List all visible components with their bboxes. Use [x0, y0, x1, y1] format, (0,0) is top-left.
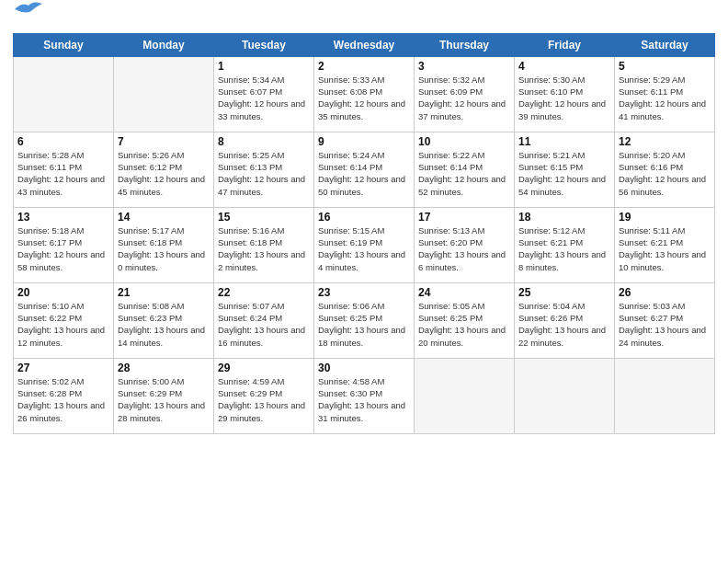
calendar-cell: 17Sunrise: 5:13 AMSunset: 6:20 PMDayligh…: [415, 207, 515, 282]
day-info: Sunrise: 4:58 AMSunset: 6:30 PMDaylight:…: [318, 375, 410, 424]
calendar-cell: 6Sunrise: 5:28 AMSunset: 6:11 PMDaylight…: [14, 132, 114, 207]
day-info: Sunrise: 5:03 AMSunset: 6:27 PMDaylight:…: [619, 300, 711, 349]
weekday-header-saturday: Saturday: [615, 33, 715, 56]
day-number: 26: [619, 286, 711, 299]
calendar-week-row: 1Sunrise: 5:34 AMSunset: 6:07 PMDaylight…: [14, 56, 715, 132]
day-number: 27: [17, 362, 109, 374]
day-info: Sunrise: 5:05 AMSunset: 6:25 PMDaylight:…: [418, 300, 510, 349]
day-info: Sunrise: 5:02 AMSunset: 6:28 PMDaylight:…: [17, 375, 109, 424]
day-number: 5: [619, 60, 711, 73]
calendar-cell: 22Sunrise: 5:07 AMSunset: 6:24 PMDayligh…: [214, 282, 314, 358]
calendar-cell: 16Sunrise: 5:15 AMSunset: 6:19 PMDayligh…: [314, 207, 415, 282]
day-number: 23: [318, 286, 410, 299]
calendar-cell: 1Sunrise: 5:34 AMSunset: 6:07 PMDaylight…: [214, 56, 314, 132]
day-number: 24: [418, 286, 510, 299]
calendar-cell: [14, 56, 114, 132]
calendar-cell: 21Sunrise: 5:08 AMSunset: 6:23 PMDayligh…: [114, 282, 214, 358]
day-info: Sunrise: 5:13 AMSunset: 6:20 PMDaylight:…: [418, 224, 510, 273]
day-info: Sunrise: 5:21 AMSunset: 6:15 PMDaylight:…: [518, 149, 610, 198]
day-info: Sunrise: 5:16 AMSunset: 6:18 PMDaylight:…: [218, 224, 310, 273]
day-number: 8: [218, 135, 310, 148]
day-info: Sunrise: 5:07 AMSunset: 6:24 PMDaylight:…: [218, 300, 310, 349]
calendar-cell: 12Sunrise: 5:20 AMSunset: 6:16 PMDayligh…: [615, 132, 715, 207]
calendar-cell: 13Sunrise: 5:18 AMSunset: 6:17 PMDayligh…: [14, 207, 114, 282]
day-number: 12: [619, 135, 711, 148]
weekday-header-thursday: Thursday: [415, 33, 515, 56]
day-number: 19: [619, 211, 711, 224]
weekday-header-friday: Friday: [515, 33, 615, 56]
day-info: Sunrise: 4:59 AMSunset: 6:29 PMDaylight:…: [218, 375, 310, 424]
day-info: Sunrise: 5:22 AMSunset: 6:14 PMDaylight:…: [418, 149, 510, 198]
calendar-cell: [415, 358, 515, 433]
day-info: Sunrise: 5:06 AMSunset: 6:25 PMDaylight:…: [318, 300, 410, 349]
day-number: 10: [418, 135, 510, 148]
day-info: Sunrise: 5:28 AMSunset: 6:11 PMDaylight:…: [17, 149, 109, 198]
day-info: Sunrise: 5:32 AMSunset: 6:09 PMDaylight:…: [418, 74, 510, 122]
calendar-cell: 20Sunrise: 5:10 AMSunset: 6:22 PMDayligh…: [14, 282, 114, 358]
calendar-cell: 11Sunrise: 5:21 AMSunset: 6:15 PMDayligh…: [515, 132, 615, 207]
day-info: Sunrise: 5:12 AMSunset: 6:21 PMDaylight:…: [518, 224, 610, 273]
day-info: Sunrise: 5:26 AMSunset: 6:12 PMDaylight:…: [118, 149, 210, 198]
day-info: Sunrise: 5:00 AMSunset: 6:29 PMDaylight:…: [118, 375, 210, 424]
weekday-header-sunday: Sunday: [14, 33, 114, 56]
day-info: Sunrise: 5:29 AMSunset: 6:11 PMDaylight:…: [619, 74, 711, 122]
calendar-cell: 4Sunrise: 5:30 AMSunset: 6:10 PMDaylight…: [515, 56, 615, 132]
calendar-cell: 14Sunrise: 5:17 AMSunset: 6:18 PMDayligh…: [114, 207, 214, 282]
header: [13, 9, 715, 28]
calendar-cell: 26Sunrise: 5:03 AMSunset: 6:27 PMDayligh…: [615, 282, 715, 358]
day-info: Sunrise: 5:18 AMSunset: 6:17 PMDaylight:…: [17, 224, 109, 273]
calendar-cell: 8Sunrise: 5:25 AMSunset: 6:13 PMDaylight…: [214, 132, 314, 207]
day-number: 29: [218, 362, 310, 374]
calendar-week-row: 6Sunrise: 5:28 AMSunset: 6:11 PMDaylight…: [14, 132, 715, 207]
calendar-cell: 24Sunrise: 5:05 AMSunset: 6:25 PMDayligh…: [415, 282, 515, 358]
day-info: Sunrise: 5:30 AMSunset: 6:10 PMDaylight:…: [518, 74, 610, 122]
calendar-cell: 23Sunrise: 5:06 AMSunset: 6:25 PMDayligh…: [314, 282, 415, 358]
day-info: Sunrise: 5:08 AMSunset: 6:23 PMDaylight:…: [118, 300, 210, 349]
calendar-cell: [615, 358, 715, 433]
calendar-week-row: 27Sunrise: 5:02 AMSunset: 6:28 PMDayligh…: [14, 358, 715, 433]
day-info: Sunrise: 5:24 AMSunset: 6:14 PMDaylight:…: [318, 149, 410, 198]
day-number: 9: [318, 135, 410, 148]
day-info: Sunrise: 5:33 AMSunset: 6:08 PMDaylight:…: [318, 74, 410, 122]
day-number: 16: [318, 211, 410, 224]
day-info: Sunrise: 5:25 AMSunset: 6:13 PMDaylight:…: [218, 149, 310, 198]
day-number: 28: [118, 362, 210, 374]
calendar-week-row: 20Sunrise: 5:10 AMSunset: 6:22 PMDayligh…: [14, 282, 715, 358]
day-info: Sunrise: 5:11 AMSunset: 6:21 PMDaylight:…: [619, 224, 711, 273]
calendar-cell: 27Sunrise: 5:02 AMSunset: 6:28 PMDayligh…: [14, 358, 114, 433]
day-number: 4: [518, 60, 610, 73]
day-info: Sunrise: 5:10 AMSunset: 6:22 PMDaylight:…: [17, 300, 109, 349]
calendar-cell: 29Sunrise: 4:59 AMSunset: 6:29 PMDayligh…: [214, 358, 314, 433]
calendar-week-row: 13Sunrise: 5:18 AMSunset: 6:17 PMDayligh…: [14, 207, 715, 282]
day-number: 18: [518, 211, 610, 224]
day-number: 13: [17, 211, 109, 224]
calendar-cell: 2Sunrise: 5:33 AMSunset: 6:08 PMDaylight…: [314, 56, 415, 132]
day-number: 20: [17, 286, 109, 299]
day-info: Sunrise: 5:17 AMSunset: 6:18 PMDaylight:…: [118, 224, 210, 273]
day-number: 3: [418, 60, 510, 73]
day-number: 11: [518, 135, 610, 148]
calendar-cell: 5Sunrise: 5:29 AMSunset: 6:11 PMDaylight…: [615, 56, 715, 132]
day-number: 21: [118, 286, 210, 299]
day-number: 17: [418, 211, 510, 224]
day-info: Sunrise: 5:34 AMSunset: 6:07 PMDaylight:…: [218, 74, 310, 122]
calendar-cell: 28Sunrise: 5:00 AMSunset: 6:29 PMDayligh…: [114, 358, 214, 433]
day-number: 1: [218, 60, 310, 73]
day-info: Sunrise: 5:04 AMSunset: 6:26 PMDaylight:…: [518, 300, 610, 349]
day-number: 7: [118, 135, 210, 148]
calendar-header-row: SundayMondayTuesdayWednesdayThursdayFrid…: [14, 33, 715, 56]
day-number: 15: [218, 211, 310, 224]
weekday-header-tuesday: Tuesday: [214, 33, 314, 56]
day-info: Sunrise: 5:15 AMSunset: 6:19 PMDaylight:…: [318, 224, 410, 273]
logo-bird-icon: [15, 0, 42, 20]
page: SundayMondayTuesdayWednesdayThursdayFrid…: [0, 0, 728, 563]
calendar-cell: 15Sunrise: 5:16 AMSunset: 6:18 PMDayligh…: [214, 207, 314, 282]
calendar-table: SundayMondayTuesdayWednesdayThursdayFrid…: [13, 33, 715, 434]
day-number: 22: [218, 286, 310, 299]
day-number: 2: [318, 60, 410, 73]
weekday-header-monday: Monday: [114, 33, 214, 56]
calendar-cell: 19Sunrise: 5:11 AMSunset: 6:21 PMDayligh…: [615, 207, 715, 282]
calendar-cell: [515, 358, 615, 433]
calendar-cell: 25Sunrise: 5:04 AMSunset: 6:26 PMDayligh…: [515, 282, 615, 358]
calendar-cell: 10Sunrise: 5:22 AMSunset: 6:14 PMDayligh…: [415, 132, 515, 207]
